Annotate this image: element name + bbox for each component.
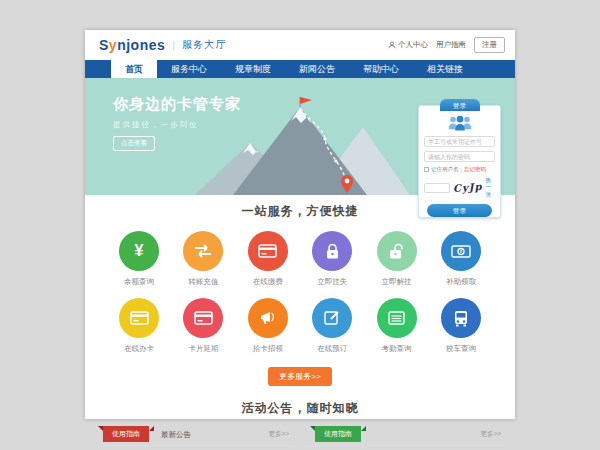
list-icon	[388, 311, 405, 325]
usage-guide-ribbon-tab-right[interactable]: 使用指南	[315, 426, 361, 442]
right-panel: 使用指南 更多>>	[307, 426, 505, 446]
services-section: 一站服务，方便快捷 ¥ 余额查询 转账充值 在线缴费	[85, 203, 515, 386]
hero-copy: 你身边的卡管专家 提供捷径，一步到位 点击查看	[113, 95, 241, 151]
service-transfer-recharge[interactable]: 转账充值	[175, 231, 231, 287]
remember-row: 记住用户名 | 忘记密码	[424, 166, 495, 173]
captcha-row: CyJp 换一张	[424, 177, 495, 198]
service-online-booking[interactable]: 在线预订	[304, 298, 360, 354]
nav-item-home[interactable]: 首页	[111, 60, 157, 78]
left-panel: 使用指南 最新公告 更多>>	[95, 426, 293, 446]
usage-guide-ribbon-tab[interactable]: 使用指南	[103, 426, 149, 442]
latest-announcements-tab[interactable]: 最新公告	[161, 430, 191, 440]
nav-item-service-center[interactable]: 服务中心	[157, 60, 221, 78]
right-more-link[interactable]: 更多>>	[480, 430, 501, 439]
user-group-icon	[447, 115, 473, 132]
service-card-extension[interactable]: 卡片延期	[175, 298, 231, 354]
hero-title: 你身边的卡管专家	[113, 95, 241, 114]
bus-icon	[453, 310, 469, 327]
header-actions: 个人中心 用户指南 注册	[388, 37, 505, 53]
main-nav: 首页 服务中心 规章制度 新闻公告 帮助中心 相关链接	[85, 60, 515, 78]
logo-divider: |	[172, 39, 175, 51]
card-icon	[194, 311, 213, 325]
hero-cta-button[interactable]: 点击查看	[113, 136, 155, 151]
nav-item-rules[interactable]: 规章制度	[221, 60, 285, 78]
services-row-2: 在线办卡 卡片延期 拾卡招领 在线预订	[85, 298, 515, 354]
password-input[interactable]	[424, 151, 495, 162]
user-icon	[388, 41, 396, 49]
login-button[interactable]: 登录	[427, 204, 492, 217]
username-input[interactable]	[424, 136, 495, 147]
more-services-button[interactable]: 更多服务>>	[268, 367, 331, 386]
page-container: Synjones | 服务大厅 个人中心 用户指南 注册 首页 服务中心 规章制…	[85, 30, 515, 419]
remember-divider: |	[461, 167, 462, 173]
yen-icon: ¥	[135, 243, 144, 259]
captcha-image[interactable]: CyJp	[453, 181, 483, 194]
service-online-payment[interactable]: 在线缴费	[240, 231, 296, 287]
banknote-icon	[451, 245, 471, 258]
service-school-bus-inquiry[interactable]: 校车查询	[433, 298, 489, 354]
service-subsidy-collect[interactable]: 补助领取	[433, 231, 489, 287]
announcements-title: 活动公告，随时知晓	[85, 400, 515, 417]
unlock-icon	[388, 243, 405, 260]
left-more-link[interactable]: 更多>>	[268, 430, 289, 439]
nav-item-links[interactable]: 相关链接	[413, 60, 477, 78]
forgot-password-link[interactable]: 忘记密码	[464, 166, 486, 173]
megaphone-icon	[259, 310, 277, 326]
personal-center-link[interactable]: 个人中心	[388, 40, 428, 50]
services-row-1: ¥ 余额查询 转账充值 在线缴费 立即挂失	[85, 231, 515, 287]
service-online-card-apply[interactable]: 在线办卡	[111, 298, 167, 354]
service-lost-card-claim[interactable]: 拾卡招领	[240, 298, 296, 354]
card-icon	[258, 244, 277, 258]
header: Synjones | 服务大厅 个人中心 用户指南 注册	[85, 30, 515, 60]
hero-subtitle: 提供捷径，一步到位	[113, 120, 241, 130]
lock-icon	[325, 243, 340, 260]
announcement-panels: 使用指南 最新公告 更多>> 使用指南 更多>>	[85, 426, 515, 446]
login-form: 记住用户名 | 忘记密码 CyJp 换一张 登录	[419, 106, 500, 217]
captcha-refresh-link[interactable]: 换一张	[486, 177, 496, 198]
login-panel: 登录 记住用户名 | 忘记密码 CyJp 换一张	[418, 105, 501, 218]
service-cancel-loss[interactable]: 立即解挂	[369, 231, 425, 287]
logo[interactable]: Synjones	[99, 37, 165, 53]
captcha-input[interactable]	[424, 183, 450, 193]
service-report-loss[interactable]: 立即挂失	[304, 231, 360, 287]
nav-item-help-center[interactable]: 帮助中心	[349, 60, 413, 78]
hero-banner: 你身边的卡管专家 提供捷径，一步到位 点击查看 登录	[85, 78, 515, 195]
remember-label: 记住用户名	[431, 166, 459, 173]
site-name: 服务大厅	[182, 38, 226, 52]
service-attendance-inquiry[interactable]: 考勤查询	[369, 298, 425, 354]
card-icon	[130, 311, 149, 325]
edit-icon	[324, 310, 340, 326]
user-guide-link[interactable]: 用户指南	[436, 40, 466, 50]
login-tab[interactable]: 登录	[440, 99, 480, 111]
transfer-icon	[193, 244, 213, 258]
service-balance-inquiry[interactable]: ¥ 余额查询	[111, 231, 167, 287]
register-button[interactable]: 注册	[474, 37, 505, 53]
nav-item-news[interactable]: 新闻公告	[285, 60, 349, 78]
remember-checkbox[interactable]	[424, 167, 429, 172]
